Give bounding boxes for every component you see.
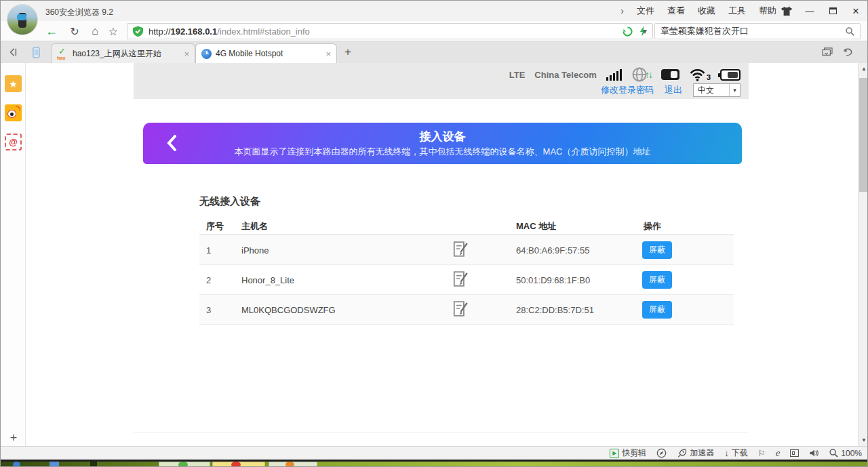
menu-tools[interactable]: 工具: [728, 5, 746, 17]
vertical-scrollbar[interactable]: ▲ ▼: [858, 63, 868, 446]
header-hostname: 主机名: [241, 220, 268, 232]
tab-4g-hotspot[interactable]: 4G Mobile Hotspot ×: [195, 43, 337, 63]
table-header-row: 序号 主机名 MAC 地址 操作: [199, 215, 734, 235]
bookmark-star-icon[interactable]: ☆: [104, 21, 122, 41]
quick-edit-tool[interactable]: ▶ 快剪辑: [610, 447, 646, 459]
url-scheme: http://: [149, 26, 171, 37]
mail-at-icon[interactable]: @: [5, 134, 22, 150]
edit-hostname-icon[interactable]: [452, 270, 469, 289]
scrollbar-thumb[interactable]: [859, 78, 868, 192]
reopen-closed-tab-icon[interactable]: [839, 41, 856, 63]
maximize-icon: [829, 7, 837, 14]
block-button[interactable]: 屏蔽: [642, 241, 672, 259]
tab-hao123[interactable]: ✓hao hao123_上网从这里开始 ×: [51, 43, 195, 63]
zoom-control[interactable]: 100%: [829, 449, 862, 458]
speed-mode-icon[interactable]: [623, 26, 633, 37]
traffic-arrows-icon: ↑↓: [645, 69, 652, 80]
split-window-icon[interactable]: [790, 449, 799, 457]
edit-hostname-icon[interactable]: [452, 240, 469, 260]
language-select[interactable]: 中文 ▾: [693, 83, 741, 97]
hotspot-favicon: [201, 49, 212, 59]
devices-table: 序号 主机名 MAC 地址 操作 1 iPhone 64:B0:A6:9F:57…: [199, 215, 734, 325]
flag-icon[interactable]: ⚐: [758, 449, 766, 458]
minimize-button[interactable]: —: [798, 1, 821, 21]
search-text: 章莹颖案嫌犯首次开口: [660, 25, 749, 37]
row-mac: 28:C2:DD:B5:7D:51: [516, 304, 594, 314]
browser-menubar: › 文件 查看 收藏 工具 帮助: [620, 1, 790, 21]
url-text: http://192.168.0.1/index.html#station_in…: [149, 26, 310, 37]
close-tab-icon[interactable]: ×: [178, 49, 189, 59]
speaker-icon[interactable]: [809, 449, 819, 458]
refresh-icon[interactable]: ↻: [66, 21, 83, 41]
ie-mode-icon[interactable]: e: [776, 447, 781, 459]
user-avatar[interactable]: [7, 4, 38, 35]
download-tool[interactable]: ↓ 下载: [724, 447, 748, 459]
search-input[interactable]: 章莹颖案嫌犯首次开口: [654, 23, 861, 39]
row-no: 2: [206, 275, 211, 285]
new-tab-button[interactable]: +: [338, 41, 357, 63]
collapse-sidebar-icon[interactable]: [5, 41, 21, 63]
menu-expand-icon[interactable]: ›: [620, 5, 624, 16]
zoom-level: 100%: [841, 449, 862, 458]
section-title: 无线接入设备: [199, 195, 260, 208]
download-label: 下载: [732, 447, 748, 459]
tab-label: 4G Mobile Hotspot: [216, 49, 283, 58]
menu-view[interactable]: 查看: [667, 5, 685, 17]
hao123-favicon: ✓hao: [57, 48, 68, 59]
close-button[interactable]: ✕: [844, 1, 867, 21]
table-row: 3 ML0KQBCGODSWZFG 28:C2:DD:B5:7D:51 屏蔽: [199, 295, 734, 325]
compass-icon[interactable]: [656, 448, 667, 458]
download-icon: ↓: [724, 448, 729, 458]
change-password-link[interactable]: 修改登录密码: [601, 84, 654, 96]
maximize-button[interactable]: [821, 1, 844, 21]
menu-help[interactable]: 帮助: [759, 5, 776, 17]
weibo-icon[interactable]: [5, 104, 22, 121]
url-field[interactable]: http://192.168.0.1/index.html#station_in…: [127, 23, 653, 39]
favorites-star-icon[interactable]: ★: [5, 75, 22, 92]
wifi-client-count: 3: [707, 73, 711, 81]
taskbar-blob: [90, 462, 97, 467]
tab-list-icon[interactable]: [818, 41, 836, 63]
taskbar-blob: [50, 462, 59, 467]
device-status-header: LTE China Telecom ↑↓ 3 修改登录密码 退出 中文 ▾: [134, 63, 749, 99]
battery-icon: [720, 69, 741, 81]
table-row: 1 iPhone 64:B0:A6:9F:57:55 屏蔽: [199, 235, 734, 265]
internet-globe-icon: ↑↓: [631, 66, 652, 83]
close-tab-icon[interactable]: ×: [320, 49, 331, 59]
row-mac: 50:01:D9:68:1F:B0: [516, 275, 590, 285]
page-footer-divider: [134, 432, 749, 432]
mobile-phone-icon[interactable]: [28, 41, 44, 63]
back-icon[interactable]: ←: [43, 21, 60, 41]
scroll-up-icon[interactable]: ▲: [859, 66, 868, 72]
desktop-taskbar-sliver: [1, 462, 868, 467]
scroll-down-icon[interactable]: ▼: [859, 437, 868, 443]
taskbar-blob: [178, 462, 188, 467]
header-no: 序号: [206, 220, 224, 232]
sim-card-icon: [661, 69, 679, 80]
url-path: /index.html#station_info: [217, 26, 310, 37]
taskbar-blob: [231, 462, 241, 467]
accelerator-label: 加速器: [690, 447, 714, 459]
block-button[interactable]: 屏蔽: [642, 271, 672, 289]
logout-link[interactable]: 退出: [665, 84, 682, 96]
url-dropdown-icon[interactable]: ▾: [637, 21, 653, 41]
block-button[interactable]: 屏蔽: [642, 301, 672, 319]
wifi-icon: 3: [689, 68, 711, 81]
edit-hostname-icon[interactable]: [452, 300, 469, 319]
table-row: 2 Honor_8_Lite 50:01:D9:68:1F:B0 屏蔽: [199, 265, 734, 295]
home-icon[interactable]: ⌂: [86, 21, 104, 41]
accelerator-tool[interactable]: 加速器: [677, 447, 714, 459]
account-actions-row: 修改登录密码 退出 中文 ▾: [601, 83, 741, 97]
skin-icon[interactable]: [775, 1, 798, 21]
network-type-label: LTE: [509, 70, 526, 80]
menu-favorites[interactable]: 收藏: [698, 5, 715, 17]
header-action: 操作: [644, 220, 661, 232]
rocket-icon: [677, 449, 687, 458]
search-icon[interactable]: [846, 27, 854, 36]
page-banner: 接入设备 本页面显示了连接到本路由器的所有无线终端，其中包括无线终端的设备名称、…: [143, 123, 742, 164]
language-value: 中文: [694, 85, 729, 96]
menu-file[interactable]: 文件: [637, 5, 654, 17]
sidebar-add-icon[interactable]: +: [6, 430, 21, 445]
row-hostname: iPhone: [241, 245, 269, 255]
select-arrow-icon: ▾: [729, 84, 740, 96]
